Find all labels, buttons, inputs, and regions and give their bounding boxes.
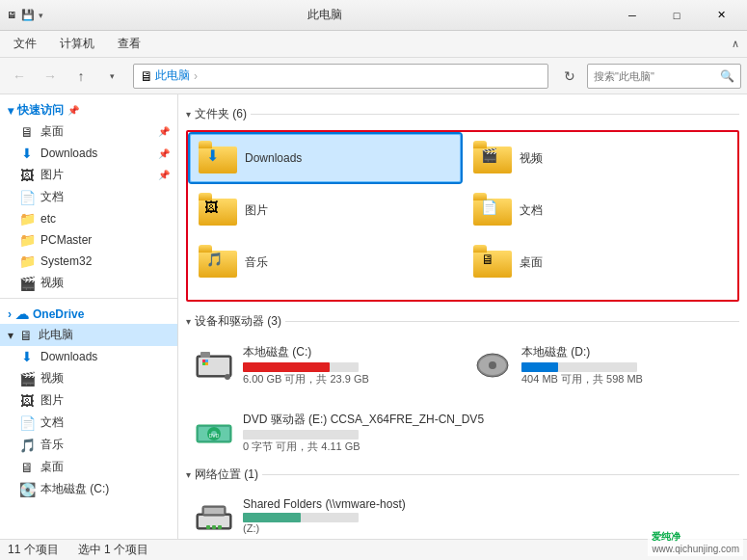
sidebar-item-desktop[interactable]: 🖥 桌面 📌 xyxy=(0,120,177,143)
doc-icon-pc: 📄 xyxy=(19,415,35,431)
folder-music[interactable]: 🎵 音乐 xyxy=(190,238,461,286)
sidebar-item-pictures-pc[interactable]: 🖼 图片 xyxy=(0,389,177,412)
drive-e-info: DVD 驱动器 (E:) CCSA_X64FRE_ZH-CN_DV5 0 字节 … xyxy=(243,412,731,454)
sidebar-item-system32[interactable]: 📁 System32 xyxy=(0,251,177,272)
folders-chevron[interactable]: ▾ xyxy=(186,109,191,120)
pin-small3: 📌 xyxy=(158,170,170,180)
video-icon-quick: 🎬 xyxy=(19,276,35,291)
pictures-icon-pc: 🖼 xyxy=(19,393,35,409)
desktop-icon-pc: 🖥 xyxy=(19,460,35,475)
drive-c[interactable]: 本地磁盘 (C:) 6.00 GB 可用，共 23.9 GB xyxy=(186,337,461,393)
drive-e[interactable]: DVD DVD 驱动器 (E:) CCSA_X64FRE_ZH-CN_DV5 0… xyxy=(186,405,739,461)
sidebar-item-documents-pc[interactable]: 📄 文档 xyxy=(0,412,177,434)
quick-access-toolbar: 💾 ▾ xyxy=(23,8,39,23)
ribbon-toggle[interactable]: ∧ xyxy=(732,38,739,50)
sidebar-label-videos-quick: 视频 xyxy=(40,275,64,291)
address-part-pc: 此电脑 xyxy=(155,67,190,84)
recent-button[interactable]: ▾ xyxy=(98,63,125,90)
folder-desktop-name: 桌面 xyxy=(520,254,543,271)
titlebar-left-icons: 🖥 💾 ▾ xyxy=(4,8,39,23)
search-bar[interactable]: 🔍 xyxy=(587,64,741,89)
sidebar-item-local-disk-c[interactable]: 💽 本地磁盘 (C:) xyxy=(0,478,177,500)
menu-computer[interactable]: 计算机 xyxy=(54,32,100,56)
sidebar-item-pictures[interactable]: 🖼 图片 📌 xyxy=(0,164,177,186)
up-button[interactable]: ↑ xyxy=(67,63,94,90)
content-area: ▾ 文件夹 (6) ⬇ Downloads xyxy=(178,94,747,539)
sidebar-quick-access-label: 快速访问 xyxy=(17,102,64,119)
sidebar-onedrive[interactable]: › ☁ OneDrive xyxy=(0,303,177,324)
sidebar-label-desktop-pc: 桌面 xyxy=(40,459,64,475)
drive-d-info: 本地磁盘 (D:) 404 MB 可用，共 598 MB xyxy=(521,344,731,387)
address-bar[interactable]: 🖥 此电脑 › xyxy=(133,64,548,89)
sidebar-item-pcmaster[interactable]: 📁 PCMaster xyxy=(0,229,177,251)
forward-button[interactable]: → xyxy=(37,63,64,90)
desktop-icon: 🖥 xyxy=(19,124,35,140)
sidebar-item-music-pc[interactable]: 🎵 音乐 xyxy=(0,434,177,456)
sidebar-label-desktop: 桌面 xyxy=(40,123,64,140)
watermark: 爱纯净 www.qichunjing.com xyxy=(648,528,743,556)
svg-point-2 xyxy=(225,374,230,380)
drive-e-space: 0 字节 可用，共 4.11 GB xyxy=(243,440,731,454)
window-controls: ─ □ ✕ xyxy=(610,0,743,31)
sidebar-item-videos-pc[interactable]: 🎬 视频 xyxy=(0,367,177,389)
sidebar-label-videos-pc: 视频 xyxy=(40,370,64,387)
sidebar-item-documents-quick[interactable]: 📄 文档 xyxy=(0,186,177,208)
sidebar-label-docs-pc: 文档 xyxy=(40,414,64,431)
sidebar-label-pcmaster: PCMaster xyxy=(40,233,92,247)
drive-d[interactable]: 本地磁盘 (D:) 404 MB 可用，共 598 MB xyxy=(465,337,739,393)
sidebar-label-pictures-pc: 图片 xyxy=(40,392,64,409)
onedrive-label: OneDrive xyxy=(33,307,84,321)
chevron-down-icon-pc: ▾ xyxy=(8,329,13,342)
network-section-header: ▾ 网络位置 (1) xyxy=(186,467,739,483)
minimize-button[interactable]: ─ xyxy=(610,0,654,31)
save-icon[interactable]: 💾 xyxy=(19,7,37,23)
chevron-down-icon: ▾ xyxy=(8,104,13,118)
disk-icon-c: 💽 xyxy=(19,482,35,497)
devices-section-label: 设备和驱动器 (3) xyxy=(195,313,281,330)
network-section-label: 网络位置 (1) xyxy=(195,467,258,483)
network-shared-bar-container xyxy=(243,513,359,522)
menu-view[interactable]: 查看 xyxy=(112,32,147,56)
devices-chevron[interactable]: ▾ xyxy=(186,316,191,327)
music-icon-pc: 🎵 xyxy=(19,438,35,453)
svg-rect-21 xyxy=(206,525,210,529)
sidebar-item-downloads[interactable]: ⬇ Downloads 📌 xyxy=(0,143,177,164)
network-shared-icon xyxy=(195,498,233,533)
close-button[interactable]: ✕ xyxy=(699,0,743,31)
drive-e-icon: DVD xyxy=(195,415,233,450)
search-icon: 🔍 xyxy=(720,69,734,83)
sidebar-item-this-pc[interactable]: ▾ 🖥 此电脑 xyxy=(0,324,177,346)
main-layout: ▾ 快速访问 📌 🖥 桌面 📌 ⬇ Downloads 📌 🖼 图片 📌 📄 文… xyxy=(0,94,747,539)
svg-rect-7 xyxy=(202,362,205,365)
folder-downloads-icon: ⬇ xyxy=(199,141,237,175)
watermark-url: www.qichunjing.com xyxy=(652,544,739,554)
sidebar-item-desktop-pc[interactable]: 🖥 桌面 xyxy=(0,456,177,478)
svg-rect-22 xyxy=(212,525,216,529)
folder-pictures[interactable]: 🖼 图片 xyxy=(190,186,461,234)
folders-grid: ⬇ Downloads 🎬 视频 xyxy=(190,134,735,286)
sidebar-item-downloads-pc[interactable]: ⬇ Downloads xyxy=(0,346,177,367)
pin-small: 📌 xyxy=(158,126,170,137)
search-input[interactable] xyxy=(594,70,720,82)
sidebar-item-videos-quick[interactable]: 🎬 视频 xyxy=(0,272,177,294)
drive-e-name: DVD 驱动器 (E:) CCSA_X64FRE_ZH-CN_DV5 xyxy=(243,412,731,428)
sidebar-quick-access[interactable]: ▾ 快速访问 📌 xyxy=(0,98,177,120)
drive-c-bar-container xyxy=(243,362,359,372)
folder-documents[interactable]: 📄 文档 xyxy=(465,186,735,234)
network-shared-bar xyxy=(243,513,301,522)
devices-section-header: ▾ 设备和驱动器 (3) xyxy=(186,313,739,330)
drive-d-icon xyxy=(473,348,512,383)
sidebar-item-etc[interactable]: 📁 etc xyxy=(0,208,177,229)
folder-videos[interactable]: 🎬 视频 xyxy=(465,134,735,182)
svg-rect-23 xyxy=(218,525,222,529)
back-button[interactable]: ← xyxy=(6,63,33,90)
maximize-button[interactable]: □ xyxy=(654,0,699,31)
refresh-button[interactable]: ↻ xyxy=(556,63,583,90)
network-chevron[interactable]: ▾ xyxy=(186,469,191,480)
menu-file[interactable]: 文件 xyxy=(8,32,42,56)
folders-section-label: 文件夹 (6) xyxy=(195,106,247,122)
folder-desktop[interactable]: 🖥 桌面 xyxy=(465,238,735,286)
folder-downloads[interactable]: ⬇ Downloads xyxy=(190,134,461,182)
this-pc-label: 此电脑 xyxy=(39,327,73,343)
folder-music-icon: 🎵 xyxy=(199,245,237,280)
